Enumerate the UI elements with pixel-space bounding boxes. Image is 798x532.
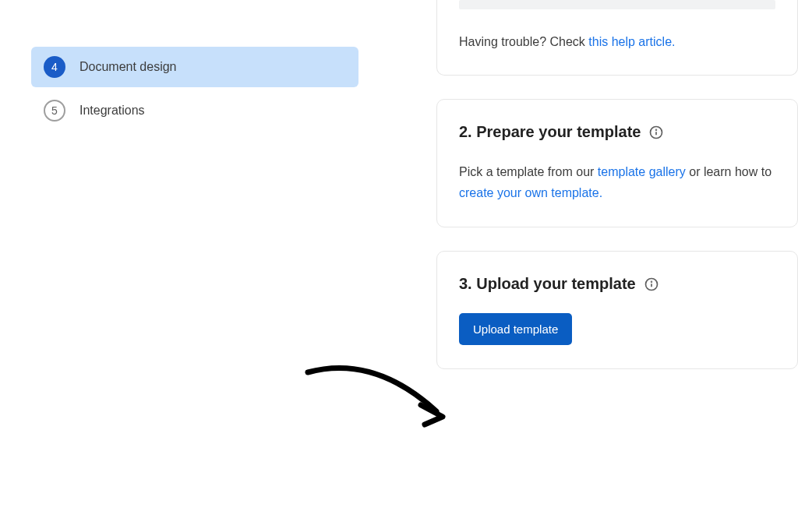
card-upload-template: 3. Upload your template Upload template bbox=[436, 251, 798, 369]
sidebar-item-document-design[interactable]: 4 Document design bbox=[31, 47, 358, 87]
body-text: or learn how to bbox=[686, 165, 772, 178]
step-badge-4: 4 bbox=[44, 56, 65, 78]
sidebar-item-integrations[interactable]: 5 Integrations bbox=[31, 90, 358, 131]
svg-point-2 bbox=[656, 129, 657, 130]
create-template-link[interactable]: create your own template. bbox=[459, 186, 602, 199]
template-gallery-link[interactable]: template gallery bbox=[598, 165, 686, 178]
card-title: 3. Upload your template bbox=[459, 275, 636, 293]
sidebar: 4 Document design 5 Integrations bbox=[31, 47, 358, 134]
main-content: Having trouble? Check this help article.… bbox=[436, 0, 798, 393]
card-body: Pick a template from our template galler… bbox=[459, 161, 775, 203]
card-prepare-template: 2. Prepare your template Pick a template… bbox=[436, 99, 798, 227]
step-number: 5 bbox=[51, 104, 58, 117]
help-text-before: Having trouble? Check bbox=[459, 35, 588, 48]
body-text: Pick a template from our bbox=[459, 165, 598, 178]
upload-template-button[interactable]: Upload template bbox=[459, 313, 572, 345]
info-icon[interactable] bbox=[644, 277, 659, 292]
info-icon[interactable] bbox=[648, 125, 664, 140]
sidebar-item-label: Integrations bbox=[79, 104, 145, 118]
placeholder-bar bbox=[459, 0, 775, 9]
step-badge-5: 5 bbox=[44, 100, 65, 122]
help-text: Having trouble? Check this help article. bbox=[437, 33, 797, 51]
svg-point-5 bbox=[651, 281, 651, 282]
card-title-row: 3. Upload your template bbox=[459, 275, 775, 293]
card-title: 2. Prepare your template bbox=[459, 123, 641, 141]
step-number: 4 bbox=[51, 61, 58, 73]
arrow-annotation bbox=[296, 358, 460, 439]
card-title-row: 2. Prepare your template bbox=[459, 123, 775, 141]
sidebar-item-label: Document design bbox=[79, 60, 177, 74]
help-article-link[interactable]: this help article. bbox=[588, 35, 675, 48]
card-help: Having trouble? Check this help article. bbox=[436, 0, 798, 76]
